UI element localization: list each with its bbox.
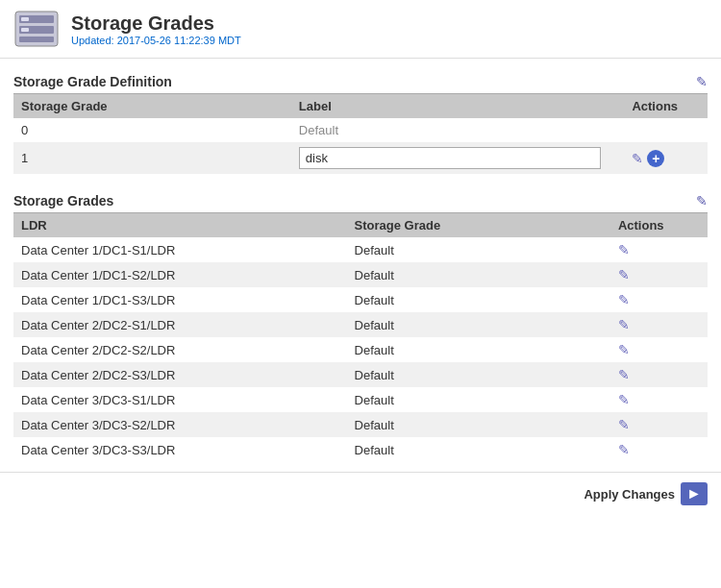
- table-row: Data Center 2/DC2-S1/LDRDefault✎: [13, 312, 708, 337]
- grade-value-cell: Default: [347, 287, 610, 312]
- grade-actions-cell: ✎: [610, 337, 708, 362]
- svg-rect-4: [21, 17, 29, 21]
- grade-ldr-cell: Data Center 3/DC3-S3/LDR: [13, 437, 347, 462]
- grade-ldr-cell: Data Center 1/DC1-S1/LDR: [13, 237, 347, 262]
- svg-rect-3: [19, 37, 54, 42]
- table-row: Data Center 3/DC3-S1/LDRDefault✎: [13, 387, 708, 412]
- add-circle-icon[interactable]: +: [647, 150, 664, 167]
- def-col-grade: Storage Grade: [13, 94, 291, 118]
- page-title: Storage Grades: [71, 12, 241, 35]
- def-col-label: Label: [291, 94, 625, 118]
- grade-actions-cell: ✎: [610, 412, 708, 437]
- pencil-icon[interactable]: ✎: [618, 317, 630, 332]
- grade-value-cell: Default: [347, 262, 610, 287]
- definitions-section-header: Storage Grade Definition ✎: [13, 68, 708, 94]
- def-grade-cell: 0: [13, 118, 291, 142]
- table-row: Data Center 1/DC1-S3/LDRDefault✎: [13, 287, 708, 312]
- pencil-icon[interactable]: ✎: [618, 417, 630, 432]
- grades-table-header-row: LDR Storage Grade Actions: [13, 213, 708, 237]
- def-grade-cell: 1: [13, 142, 291, 174]
- svg-rect-5: [21, 28, 29, 32]
- pencil-icon[interactable]: ✎: [618, 342, 630, 357]
- grades-table: LDR Storage Grade Actions Data Center 1/…: [13, 213, 708, 462]
- grade-value-cell: Default: [347, 412, 610, 437]
- definitions-edit-icon[interactable]: ✎: [696, 74, 708, 89]
- storage-grades-icon: [13, 10, 60, 48]
- grade-actions-cell: ✎: [610, 312, 708, 337]
- def-actions-cell: [624, 118, 708, 142]
- pencil-icon[interactable]: ✎: [618, 442, 630, 457]
- pencil-icon[interactable]: ✎: [632, 151, 643, 166]
- grades-section-title: Storage Grades: [13, 193, 113, 208]
- apply-changes-arrow-icon: ►: [681, 482, 708, 505]
- def-actions-cell: ✎+: [624, 142, 708, 174]
- def-label-cell: Default: [291, 118, 625, 142]
- grade-value-cell: Default: [347, 437, 610, 462]
- grade-ldr-cell: Data Center 2/DC2-S1/LDR: [13, 312, 347, 337]
- table-row: Data Center 1/DC1-S1/LDRDefault✎: [13, 237, 708, 262]
- grade-actions-cell: ✎: [610, 387, 708, 412]
- table-row: 1✎+: [13, 142, 708, 174]
- grade-ldr-cell: Data Center 2/DC2-S3/LDR: [13, 362, 347, 387]
- grade-value-cell: Default: [347, 362, 610, 387]
- grade-ldr-cell: Data Center 2/DC2-S2/LDR: [13, 337, 347, 362]
- grade-actions-cell: ✎: [610, 237, 708, 262]
- grade-ldr-cell: Data Center 1/DC1-S2/LDR: [13, 262, 347, 287]
- header-text: Storage Grades Updated: 2017-05-26 11:22…: [71, 12, 241, 46]
- pencil-icon[interactable]: ✎: [618, 367, 630, 382]
- grade-ldr-cell: Data Center 3/DC3-S2/LDR: [13, 412, 347, 437]
- grades-edit-icon[interactable]: ✎: [696, 193, 708, 208]
- table-row: 0Default: [13, 118, 708, 142]
- table-row: Data Center 2/DC2-S2/LDRDefault✎: [13, 337, 708, 362]
- pencil-icon[interactable]: ✎: [618, 292, 630, 307]
- page-updated: Updated: 2017-05-26 11:22:39 MDT: [71, 35, 241, 46]
- table-row: Data Center 3/DC3-S2/LDRDefault✎: [13, 412, 708, 437]
- grade-actions-cell: ✎: [610, 437, 708, 462]
- grade-ldr-cell: Data Center 1/DC1-S3/LDR: [13, 287, 347, 312]
- def-label-input[interactable]: [299, 147, 601, 169]
- table-row: Data Center 3/DC3-S3/LDRDefault✎: [13, 437, 708, 462]
- apply-changes-label: Apply Changes: [584, 487, 675, 502]
- grades-col-ldr: LDR: [13, 213, 347, 237]
- footer-bar: Apply Changes ►: [0, 472, 721, 515]
- grade-actions-cell: ✎: [610, 287, 708, 312]
- grade-value-cell: Default: [347, 337, 610, 362]
- apply-changes-button[interactable]: Apply Changes ►: [584, 482, 708, 505]
- definitions-section: Storage Grade Definition ✎ Storage Grade…: [0, 68, 721, 174]
- definitions-table: Storage Grade Label Actions 0Default1✎+: [13, 94, 708, 174]
- def-label-cell: [291, 142, 625, 174]
- definitions-section-title: Storage Grade Definition: [13, 74, 172, 89]
- table-row: Data Center 1/DC1-S2/LDRDefault✎: [13, 262, 708, 287]
- grades-section-header: Storage Grades ✎: [13, 187, 708, 213]
- pencil-icon[interactable]: ✎: [618, 267, 630, 282]
- table-row: Data Center 2/DC2-S3/LDRDefault✎: [13, 362, 708, 387]
- grade-actions-cell: ✎: [610, 362, 708, 387]
- definitions-table-header-row: Storage Grade Label Actions: [13, 94, 708, 118]
- grades-col-grade: Storage Grade: [347, 213, 610, 237]
- grades-col-actions: Actions: [610, 213, 708, 237]
- grade-actions-cell: ✎: [610, 262, 708, 287]
- page-header: Storage Grades Updated: 2017-05-26 11:22…: [0, 0, 721, 59]
- grades-section: Storage Grades ✎ LDR Storage Grade Actio…: [0, 187, 721, 462]
- grade-value-cell: Default: [347, 387, 610, 412]
- pencil-icon[interactable]: ✎: [618, 242, 630, 257]
- pencil-icon[interactable]: ✎: [618, 392, 630, 407]
- def-col-actions: Actions: [624, 94, 708, 118]
- grade-ldr-cell: Data Center 3/DC3-S1/LDR: [13, 387, 347, 412]
- grade-value-cell: Default: [347, 237, 610, 262]
- grade-value-cell: Default: [347, 312, 610, 337]
